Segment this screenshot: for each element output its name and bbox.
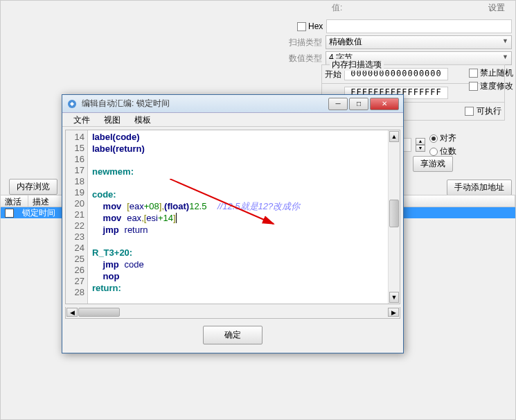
mem-group-title: 内存扫描选项 bbox=[330, 59, 384, 71]
hscroll-thumb[interactable] bbox=[78, 308, 120, 317]
scroll-up-icon[interactable]: ▲ bbox=[389, 131, 399, 142]
spin-down-icon[interactable]: ▼ bbox=[416, 145, 425, 152]
value-type-label: 数值类型 bbox=[283, 53, 322, 64]
scan-value-input[interactable] bbox=[326, 19, 512, 33]
memory-browse-button[interactable]: 内存浏览 bbox=[9, 179, 57, 195]
scan-type-label: 扫描类型 bbox=[283, 37, 322, 49]
row-description: 锁定时间 bbox=[18, 207, 60, 219]
hex-checkbox-group: Hex bbox=[297, 21, 323, 31]
align-radio[interactable] bbox=[429, 134, 438, 143]
close-button[interactable]: ✕ bbox=[370, 98, 399, 110]
align-label: 对齐 bbox=[440, 132, 456, 144]
horizontal-scrollbar[interactable]: ◀ ▶ bbox=[65, 307, 400, 319]
no-random-checkbox[interactable] bbox=[469, 69, 478, 78]
manual-add-address-button[interactable]: 手动添加地址 bbox=[447, 180, 512, 195]
executable-checkbox[interactable] bbox=[465, 107, 474, 116]
auto-assembler-dialog: 编辑自动汇编: 锁定时间 ─ □ ✕ 文件 视图 模板 141516171819… bbox=[62, 94, 404, 353]
scan-panel: 值: 设置 Hex 扫描类型 精确数值 数值类型 4 字节 bbox=[280, 1, 515, 71]
no-random-label: 禁止随机 bbox=[480, 67, 513, 79]
side-checks: 禁止随机 速度修改 bbox=[469, 67, 513, 92]
scroll-down-icon[interactable]: ▼ bbox=[389, 292, 399, 303]
vertical-scrollbar[interactable]: ▲ ▼ bbox=[388, 130, 400, 304]
speed-mod-checkbox[interactable] bbox=[469, 82, 478, 91]
spin-up-icon[interactable]: ▲ bbox=[416, 138, 425, 145]
row-active-checkbox[interactable] bbox=[5, 209, 14, 218]
hex-checkbox[interactable] bbox=[297, 22, 306, 31]
digits-radio[interactable] bbox=[429, 148, 438, 156]
minimize-button[interactable]: ─ bbox=[328, 98, 348, 110]
executable-label: 可执行 bbox=[477, 105, 501, 117]
dialog-titlebar[interactable]: 编辑自动汇编: 锁定时间 ─ □ ✕ bbox=[62, 95, 403, 113]
header-active[interactable]: 激活 bbox=[1, 195, 28, 207]
code-content[interactable]: label(code) label(return) newmem: code: … bbox=[88, 130, 388, 304]
scan-type-select[interactable]: 精确数值 bbox=[326, 35, 512, 49]
value-label: 值: bbox=[332, 2, 342, 14]
hex-label: Hex bbox=[308, 21, 323, 31]
code-editor[interactable]: 141516171819202122232425262728 label(cod… bbox=[65, 130, 400, 304]
dialog-title: 编辑自动汇编: 锁定时间 bbox=[82, 98, 327, 110]
vscroll-thumb[interactable] bbox=[389, 200, 399, 227]
speed-mod-label: 速度修改 bbox=[480, 80, 513, 92]
main-window: 值: 设置 Hex 扫描类型 精确数值 数值类型 4 字节 内存扫描选项 开始 … bbox=[0, 0, 516, 420]
settings-link[interactable]: 设置 bbox=[488, 2, 505, 14]
line-number-gutter: 141516171819202122232425262728 bbox=[66, 130, 88, 304]
app-icon bbox=[66, 98, 78, 110]
editor-menubar: 文件 视图 模板 bbox=[62, 113, 403, 127]
menu-template[interactable]: 模板 bbox=[127, 113, 158, 126]
menu-file[interactable]: 文件 bbox=[66, 113, 97, 126]
scroll-right-icon[interactable]: ▶ bbox=[388, 308, 399, 317]
menu-view[interactable]: 视图 bbox=[97, 113, 127, 126]
ok-button[interactable]: 确定 bbox=[203, 326, 263, 344]
pause-game-button[interactable]: 享游戏 bbox=[413, 156, 453, 172]
maximize-button[interactable]: □ bbox=[349, 98, 368, 110]
scroll-left-icon[interactable]: ◀ bbox=[66, 308, 78, 317]
